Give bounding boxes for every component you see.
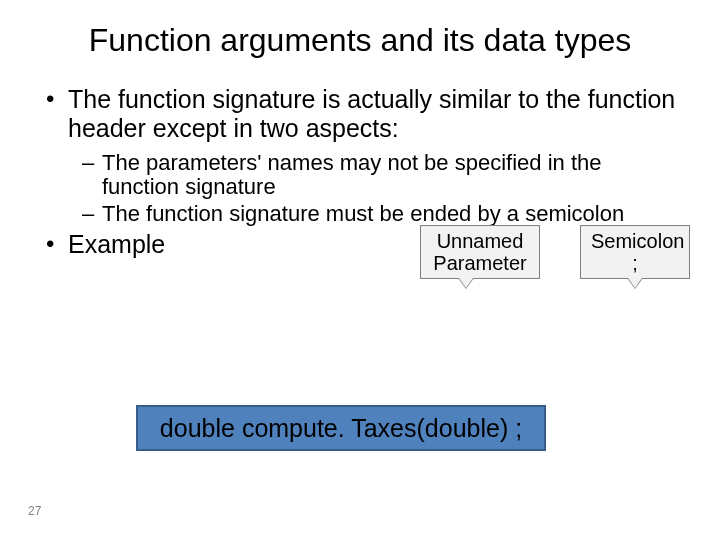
code-text: double compute. Taxes(double) ; [160, 414, 522, 443]
callout-text: Unnamed [437, 230, 524, 252]
slide-title: Function arguments and its data types [0, 0, 720, 59]
callout-text: Parameter [433, 252, 526, 274]
callout-semicolon: Semicolon ; [580, 225, 690, 279]
example-row: Example Unnamed Parameter Semicolon ; [40, 230, 680, 259]
code-example-box: double compute. Taxes(double) ; [136, 405, 546, 451]
slide-body: The function signature is actually simil… [0, 59, 720, 259]
slide: Function arguments and its data types Th… [0, 0, 720, 540]
callout-unnamed-parameter: Unnamed Parameter [420, 225, 540, 279]
callout-text: Semicolon [591, 230, 684, 252]
callout-tail-icon [458, 278, 474, 289]
callout-text: ; [632, 252, 638, 274]
page-number: 27 [28, 504, 41, 518]
bullet-level1: The function signature is actually simil… [40, 85, 680, 143]
callout-tail-icon [627, 278, 643, 289]
bullet-level2: The parameters' names may not be specifi… [40, 151, 680, 200]
bullet-level2: The function signature must be ended by … [40, 202, 680, 227]
